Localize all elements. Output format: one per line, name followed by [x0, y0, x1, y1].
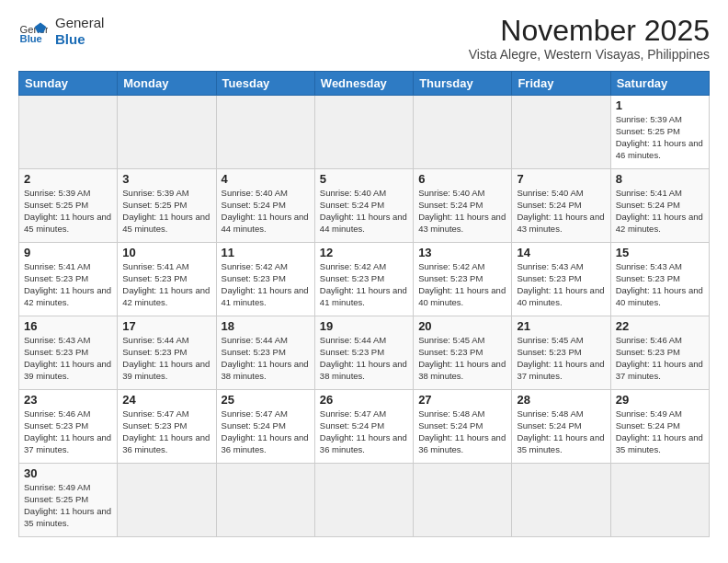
day-info: Sunrise: 5:44 AM Sunset: 5:23 PM Dayligh…	[320, 335, 408, 382]
day-info: Sunrise: 5:42 AM Sunset: 5:23 PM Dayligh…	[418, 261, 506, 308]
calendar-day-10: 10Sunrise: 5:41 AM Sunset: 5:23 PM Dayli…	[118, 243, 216, 316]
day-number: 28	[517, 393, 605, 407]
calendar-title-section: November 2025 Vista Alegre, Western Visa…	[469, 15, 710, 62]
calendar-day-5: 5Sunrise: 5:40 AM Sunset: 5:24 PM Daylig…	[314, 169, 413, 243]
logo-icon: General Blue	[18, 17, 48, 46]
weekday-header-thursday: Thursday	[414, 72, 512, 96]
day-number: 26	[320, 393, 408, 407]
day-info: Sunrise: 5:40 AM Sunset: 5:24 PM Dayligh…	[418, 188, 506, 235]
day-number: 12	[320, 246, 408, 259]
day-info: Sunrise: 5:43 AM Sunset: 5:23 PM Dayligh…	[517, 261, 605, 308]
calendar-empty-cell	[216, 464, 314, 537]
day-info: Sunrise: 5:48 AM Sunset: 5:24 PM Dayligh…	[418, 408, 506, 455]
day-info: Sunrise: 5:49 AM Sunset: 5:25 PM Dayligh…	[24, 482, 112, 529]
calendar-day-18: 18Sunrise: 5:44 AM Sunset: 5:23 PM Dayli…	[216, 316, 314, 390]
day-info: Sunrise: 5:40 AM Sunset: 5:24 PM Dayligh…	[222, 188, 310, 235]
day-info: Sunrise: 5:43 AM Sunset: 5:23 PM Dayligh…	[24, 335, 112, 382]
day-info: Sunrise: 5:41 AM Sunset: 5:24 PM Dayligh…	[616, 188, 704, 235]
day-number: 13	[418, 246, 506, 259]
day-number: 30	[24, 466, 112, 480]
day-info: Sunrise: 5:42 AM Sunset: 5:23 PM Dayligh…	[320, 261, 408, 308]
calendar-empty-cell	[118, 96, 216, 169]
weekday-header-wednesday: Wednesday	[314, 72, 413, 96]
weekday-header-saturday: Saturday	[610, 72, 709, 96]
calendar-day-2: 2Sunrise: 5:39 AM Sunset: 5:25 PM Daylig…	[19, 169, 118, 243]
calendar-day-17: 17Sunrise: 5:44 AM Sunset: 5:23 PM Dayli…	[118, 316, 216, 390]
day-number: 25	[222, 393, 310, 407]
calendar-week-row: 23Sunrise: 5:46 AM Sunset: 5:23 PM Dayli…	[19, 390, 710, 464]
calendar-day-13: 13Sunrise: 5:42 AM Sunset: 5:23 PM Dayli…	[414, 243, 512, 316]
calendar-day-26: 26Sunrise: 5:47 AM Sunset: 5:24 PM Dayli…	[314, 390, 413, 464]
day-number: 18	[222, 319, 310, 333]
day-number: 21	[517, 319, 605, 333]
svg-text:Blue: Blue	[20, 33, 42, 44]
day-info: Sunrise: 5:41 AM Sunset: 5:23 PM Dayligh…	[24, 261, 112, 308]
day-number: 29	[616, 393, 704, 407]
day-info: Sunrise: 5:47 AM Sunset: 5:24 PM Dayligh…	[222, 408, 310, 455]
calendar-day-6: 6Sunrise: 5:40 AM Sunset: 5:24 PM Daylig…	[414, 169, 512, 243]
day-info: Sunrise: 5:40 AM Sunset: 5:24 PM Dayligh…	[320, 188, 408, 235]
calendar-day-8: 8Sunrise: 5:41 AM Sunset: 5:24 PM Daylig…	[610, 169, 709, 243]
day-info: Sunrise: 5:45 AM Sunset: 5:23 PM Dayligh…	[517, 335, 605, 382]
calendar-day-3: 3Sunrise: 5:39 AM Sunset: 5:25 PM Daylig…	[118, 169, 216, 243]
calendar-day-23: 23Sunrise: 5:46 AM Sunset: 5:23 PM Dayli…	[19, 390, 118, 464]
day-number: 6	[418, 172, 506, 186]
calendar-day-22: 22Sunrise: 5:46 AM Sunset: 5:23 PM Dayli…	[610, 316, 709, 390]
day-info: Sunrise: 5:44 AM Sunset: 5:23 PM Dayligh…	[122, 335, 210, 382]
day-info: Sunrise: 5:39 AM Sunset: 5:25 PM Dayligh…	[122, 188, 210, 235]
day-number: 10	[122, 246, 210, 259]
calendar-day-7: 7Sunrise: 5:40 AM Sunset: 5:24 PM Daylig…	[512, 169, 610, 243]
calendar-day-24: 24Sunrise: 5:47 AM Sunset: 5:23 PM Dayli…	[118, 390, 216, 464]
day-info: Sunrise: 5:46 AM Sunset: 5:23 PM Dayligh…	[616, 335, 704, 382]
day-info: Sunrise: 5:48 AM Sunset: 5:24 PM Dayligh…	[517, 408, 605, 455]
day-info: Sunrise: 5:44 AM Sunset: 5:23 PM Dayligh…	[222, 335, 310, 382]
calendar-week-row: 16Sunrise: 5:43 AM Sunset: 5:23 PM Dayli…	[19, 316, 710, 390]
calendar-day-11: 11Sunrise: 5:42 AM Sunset: 5:23 PM Dayli…	[216, 243, 314, 316]
day-info: Sunrise: 5:47 AM Sunset: 5:23 PM Dayligh…	[122, 408, 210, 455]
calendar-day-25: 25Sunrise: 5:47 AM Sunset: 5:24 PM Dayli…	[216, 390, 314, 464]
weekday-header-tuesday: Tuesday	[216, 72, 314, 96]
day-number: 14	[517, 246, 605, 259]
calendar-body: 1Sunrise: 5:39 AM Sunset: 5:25 PM Daylig…	[19, 96, 710, 537]
weekday-header-row: SundayMondayTuesdayWednesdayThursdayFrid…	[19, 72, 710, 96]
calendar-day-29: 29Sunrise: 5:49 AM Sunset: 5:24 PM Dayli…	[610, 390, 709, 464]
day-number: 23	[24, 393, 112, 407]
day-info: Sunrise: 5:39 AM Sunset: 5:25 PM Dayligh…	[24, 188, 112, 235]
day-info: Sunrise: 5:49 AM Sunset: 5:24 PM Dayligh…	[616, 408, 704, 455]
day-number: 8	[616, 172, 704, 186]
day-number: 7	[517, 172, 605, 186]
calendar-day-28: 28Sunrise: 5:48 AM Sunset: 5:24 PM Dayli…	[512, 390, 610, 464]
calendar-empty-cell	[19, 96, 118, 169]
calendar-empty-cell	[512, 464, 610, 537]
logo-blue: Blue	[55, 31, 85, 47]
calendar-day-15: 15Sunrise: 5:43 AM Sunset: 5:23 PM Dayli…	[610, 243, 709, 316]
calendar-day-9: 9Sunrise: 5:41 AM Sunset: 5:23 PM Daylig…	[19, 243, 118, 316]
day-info: Sunrise: 5:47 AM Sunset: 5:24 PM Dayligh…	[320, 408, 408, 455]
day-number: 4	[222, 172, 310, 186]
calendar-empty-cell	[414, 464, 512, 537]
day-number: 27	[418, 393, 506, 407]
calendar-empty-cell	[610, 464, 709, 537]
calendar-week-row: 9Sunrise: 5:41 AM Sunset: 5:23 PM Daylig…	[19, 243, 710, 316]
day-info: Sunrise: 5:45 AM Sunset: 5:23 PM Dayligh…	[418, 335, 506, 382]
calendar-empty-cell	[118, 464, 216, 537]
calendar-header: SundayMondayTuesdayWednesdayThursdayFrid…	[19, 72, 710, 96]
day-number: 16	[24, 319, 112, 333]
location-subtitle: Vista Alegre, Western Visayas, Philippin…	[469, 47, 710, 62]
day-info: Sunrise: 5:42 AM Sunset: 5:23 PM Dayligh…	[222, 261, 310, 308]
page-header: General Blue General Blue November 2025 …	[18, 15, 710, 62]
logo: General Blue General Blue	[18, 15, 104, 48]
day-number: 20	[418, 319, 506, 333]
calendar-empty-cell	[216, 96, 314, 169]
calendar-day-12: 12Sunrise: 5:42 AM Sunset: 5:23 PM Dayli…	[314, 243, 413, 316]
day-number: 15	[616, 246, 704, 259]
calendar-day-14: 14Sunrise: 5:43 AM Sunset: 5:23 PM Dayli…	[512, 243, 610, 316]
day-number: 24	[122, 393, 210, 407]
weekday-header-friday: Friday	[512, 72, 610, 96]
calendar-day-1: 1Sunrise: 5:39 AM Sunset: 5:25 PM Daylig…	[610, 96, 709, 169]
calendar-empty-cell	[512, 96, 610, 169]
day-info: Sunrise: 5:40 AM Sunset: 5:24 PM Dayligh…	[517, 188, 605, 235]
calendar-week-row: 2Sunrise: 5:39 AM Sunset: 5:25 PM Daylig…	[19, 169, 710, 243]
day-info: Sunrise: 5:39 AM Sunset: 5:25 PM Dayligh…	[616, 114, 704, 161]
day-info: Sunrise: 5:43 AM Sunset: 5:23 PM Dayligh…	[616, 261, 704, 308]
